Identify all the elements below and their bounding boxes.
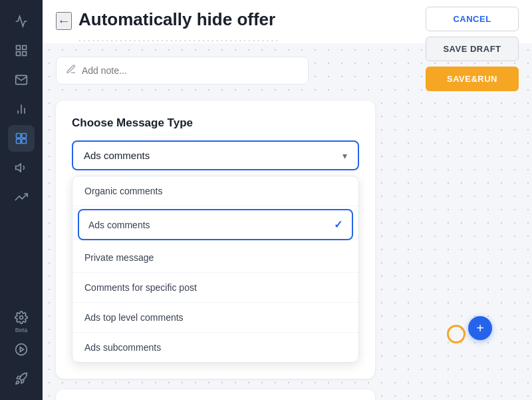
svg-rect-2 [17, 52, 21, 56]
dropdown-menu: Organic comments Ads comments ✓ Private … [72, 176, 359, 363]
main-content: ← Automatically hide offer .............… [43, 0, 532, 400]
content-inner: Choose Message Type Ads comments ▾ Organ… [56, 57, 519, 400]
svg-rect-3 [23, 52, 27, 56]
checkmark-icon: ✓ [334, 218, 342, 231]
sidebar-icon-barchart[interactable] [8, 96, 35, 122]
note-input-wrapper [56, 57, 309, 85]
option-ads-top-level-comments[interactable]: Ads top level comments [72, 303, 358, 333]
sidebar-icon-grid[interactable] [8, 125, 35, 152]
cancel-button[interactable]: CANCEL [426, 7, 519, 31]
option-label: Ads top level comments [84, 312, 184, 323]
sidebar-icon-play[interactable] [8, 336, 35, 363]
note-input[interactable] [82, 65, 299, 76]
dropdown-selected-value: Ads comments [84, 150, 150, 161]
svg-rect-1 [23, 46, 27, 50]
option-label: Private message [84, 252, 154, 263]
message-type-title: Choose Message Type [72, 116, 359, 130]
svg-rect-8 [22, 134, 27, 138]
note-icon [66, 64, 76, 77]
svg-point-12 [20, 316, 23, 319]
option-comments-specific-post[interactable]: Comments for specific post [72, 273, 358, 303]
option-label: Comments for specific post [84, 282, 197, 293]
svg-marker-14 [20, 347, 23, 352]
back-button[interactable]: ← [56, 12, 72, 30]
svg-rect-9 [17, 139, 21, 144]
add-fab-button[interactable]: + [468, 316, 492, 340]
header: ← Automatically hide offer .............… [43, 0, 532, 43]
option-label: Ads comments [88, 220, 150, 230]
beta-label: Beta [8, 327, 35, 333]
sidebar-icon-inbox[interactable] [8, 67, 35, 93]
sidebar: Beta [0, 0, 43, 400]
save-draft-button[interactable]: SAVE DRAFT [426, 37, 519, 61]
option-label: Ads subcomments [84, 342, 161, 353]
sidebar-icon-rocket[interactable] [8, 365, 35, 392]
chevron-down-icon: ▾ [342, 150, 347, 161]
sidebar-icon-megaphone[interactable] [8, 154, 35, 181]
option-private-message[interactable]: Private message [72, 243, 358, 273]
message-type-card: Choose Message Type Ads comments ▾ Organ… [56, 100, 375, 379]
option-ads-subcomments[interactable]: Ads subcomments [72, 333, 358, 362]
svg-point-13 [16, 344, 27, 355]
option-label: Organic comments [84, 186, 162, 196]
sidebar-icon-analytics[interactable] [8, 184, 35, 210]
svg-rect-0 [17, 46, 21, 50]
svg-marker-11 [16, 164, 21, 172]
svg-rect-7 [17, 134, 21, 138]
bottom-card [56, 389, 375, 400]
header-actions: CANCEL SAVE DRAFT SAVE&RUN [426, 7, 519, 91]
save-run-button[interactable]: SAVE&RUN [426, 67, 519, 91]
circle-yellow-indicator [447, 325, 466, 343]
svg-rect-10 [22, 139, 27, 144]
option-organic-comments[interactable]: Organic comments [72, 176, 358, 206]
sidebar-icon-dashboard[interactable] [8, 37, 35, 64]
sidebar-icon-chart[interactable] [8, 8, 35, 35]
dropdown-trigger[interactable]: Ads comments ▾ [72, 140, 359, 170]
option-ads-comments[interactable]: Ads comments ✓ [78, 209, 353, 240]
content-area: Choose Message Type Ads comments ▾ Organ… [43, 43, 532, 400]
